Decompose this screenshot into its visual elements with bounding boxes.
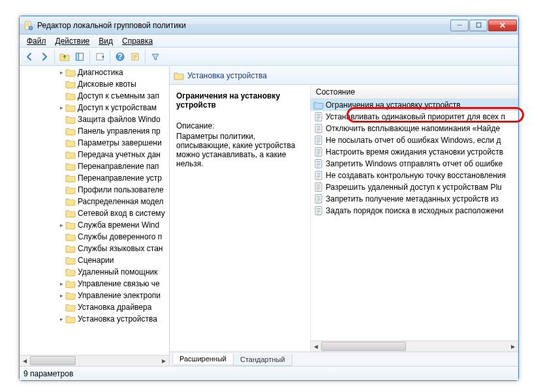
list-h-scrollbar[interactable]: ◀ ▶ (311, 340, 518, 352)
scroll-left-icon[interactable]: ◀ (311, 341, 321, 352)
tree-item-label: Диагностика (78, 68, 123, 77)
folder-icon (65, 232, 76, 241)
list-item[interactable]: Запретить Windows отправлять отчет об ош… (311, 158, 518, 170)
tree-item[interactable]: Перенаправление устр (20, 172, 169, 184)
folder-icon (65, 267, 76, 277)
tree-item[interactable]: Параметры завершени (20, 137, 169, 149)
menu-action[interactable]: Действие (51, 35, 95, 47)
list-column-header[interactable]: Состояние (311, 85, 518, 99)
expand-arrow-icon[interactable]: ▸ (57, 104, 65, 111)
tree-item[interactable]: Удаленный помощник (20, 266, 169, 278)
list-item[interactable]: Настроить время ожидания установки устро… (311, 146, 518, 158)
menu-help[interactable]: Справка (117, 35, 157, 47)
tree-item[interactable]: ▸Установка устройства (20, 313, 169, 325)
tree-item[interactable]: Профили пользователе (20, 184, 169, 196)
list-item-label: Устанавливать одинаковый приоритет для в… (326, 112, 505, 121)
folder-icon (65, 127, 76, 136)
expand-arrow-icon[interactable]: ▸ (57, 280, 65, 287)
tree-item[interactable]: Перенаправление пап (20, 160, 169, 172)
tree-item[interactable]: Сетевой вход в систему (20, 207, 169, 219)
list-item[interactable]: Запретить получение метаданных устройств… (311, 193, 518, 205)
filter-button[interactable] (148, 50, 163, 64)
list-item[interactable]: Не посылать отчет об ошибках Windows, ес… (311, 134, 518, 146)
expand-arrow-icon[interactable]: ▸ (57, 292, 65, 299)
expand-arrow-icon[interactable]: ▸ (57, 316, 65, 322)
description-text: Параметры политики, описывающие, какие у… (176, 132, 303, 168)
properties-button[interactable] (128, 50, 142, 64)
scroll-right-icon[interactable]: ▶ (159, 355, 169, 366)
tree-item-label: Службы языковых стан (78, 244, 163, 253)
expand-arrow-icon[interactable]: ▸ (57, 222, 65, 228)
tree-item[interactable]: Доступ к съемным зап (20, 90, 169, 102)
tree-item[interactable]: Установка драйвера (20, 301, 169, 313)
list-item[interactable]: Отключить всплывающие напоминания «Найде (311, 123, 518, 134)
list-body[interactable]: Ограничения на установку устройствУстана… (311, 99, 518, 340)
policy-icon (313, 182, 324, 192)
list-item[interactable]: Ограничения на установку устройств (311, 99, 518, 111)
description-pane: Ограничения на установку устройств Описа… (170, 85, 311, 352)
scroll-thumb[interactable] (30, 356, 76, 365)
tree-item[interactable]: Службы языковых стан (20, 243, 169, 254)
tree-scroll[interactable]: ▸ДиагностикаДисковые квотыДоступ к съемн… (20, 67, 169, 355)
folder-icon (65, 150, 76, 159)
list-item-label: Отключить всплывающие напоминания «Найде (326, 124, 500, 133)
maximize-button[interactable]: ☐ (469, 20, 488, 31)
menu-view[interactable]: Вид (94, 35, 117, 47)
tree-item[interactable]: ▸Служба времени Wind (20, 219, 169, 231)
close-button[interactable]: ✕ (488, 20, 517, 31)
list-item[interactable]: Разрешить удаленный доступ к устройствам… (311, 181, 518, 193)
tree-item-label: Защита файлов Windo (78, 115, 161, 124)
tree-item-label: Доступ к устройствам (78, 103, 157, 112)
list-item-label: Не создавать контрольную точку восстанов… (326, 171, 506, 180)
list-item[interactable]: Задать порядок поиска в исходных располо… (311, 205, 518, 217)
tree-item-label: Установка устройства (78, 314, 157, 324)
policy-icon (313, 112, 324, 122)
up-folder-button[interactable] (57, 50, 72, 64)
tree-item[interactable]: ▸Управление связью че (20, 278, 169, 290)
svg-rect-11 (76, 53, 79, 60)
tab-standard[interactable]: Стандартный (233, 354, 292, 366)
scroll-left-icon[interactable]: ◀ (20, 355, 30, 366)
policy-icon (313, 123, 324, 134)
window-title: Редактор локальной групповой политики (37, 21, 450, 30)
back-button[interactable] (22, 50, 37, 64)
policy-icon (313, 135, 324, 145)
titlebar[interactable]: Редактор локальной групповой политики ─ … (20, 16, 518, 35)
menu-file[interactable]: Файл (22, 35, 51, 47)
folder-icon (65, 197, 76, 206)
tree-item[interactable]: Передача учетных дан (20, 149, 169, 160)
minimize-button[interactable]: ─ (450, 20, 469, 31)
folder-icon (65, 173, 76, 183)
tree-item[interactable]: ▸Управление электропи (20, 290, 169, 301)
tree-item[interactable]: Службы доверенного п (20, 231, 169, 243)
forward-button[interactable] (37, 50, 52, 64)
scroll-thumb[interactable] (321, 342, 406, 351)
show-hide-tree-button[interactable] (72, 50, 87, 64)
folder-icon (65, 279, 76, 288)
policy-icon (313, 158, 324, 169)
tree-item-label: Управление связью че (78, 279, 160, 288)
tree-item[interactable]: Панель управления пр (20, 125, 169, 137)
list-item-label: Не посылать отчет об ошибках Windows, ес… (326, 136, 501, 145)
status-text: 9 параметров (23, 369, 73, 378)
tree-item-label: Сценарии (78, 256, 114, 265)
tree-item[interactable]: Распределенная модел (20, 196, 169, 207)
tab-extended[interactable]: Расширенный (172, 354, 234, 365)
tree-item[interactable]: ▸Доступ к устройствам (20, 102, 169, 113)
export-list-button[interactable] (93, 50, 107, 64)
tree-item[interactable]: Сценарии (20, 254, 169, 266)
tree-item[interactable]: Защита файлов Windo (20, 113, 169, 125)
expand-arrow-icon[interactable]: ▸ (57, 69, 65, 76)
help-button[interactable]: ? (113, 50, 127, 64)
tree-item[interactable]: Дисковые квоты (20, 78, 169, 90)
list-item[interactable]: Не создавать контрольную точку восстанов… (311, 170, 518, 181)
policy-icon (313, 170, 324, 181)
scroll-right-icon[interactable]: ▶ (508, 341, 518, 352)
list-item-label: Задать порядок поиска в исходных располо… (326, 206, 504, 215)
list-item[interactable]: Устанавливать одинаковый приоритет для в… (311, 111, 518, 123)
tree-item[interactable]: ▸Диагностика (20, 67, 169, 78)
list-item-label: Запретить Windows отправлять отчет об ош… (326, 159, 503, 168)
content-header-title: Установка устройства (187, 71, 267, 80)
tree-h-scrollbar[interactable]: ◀ ▶ (20, 355, 169, 366)
tree-item-label: Панель управления пр (78, 127, 161, 136)
